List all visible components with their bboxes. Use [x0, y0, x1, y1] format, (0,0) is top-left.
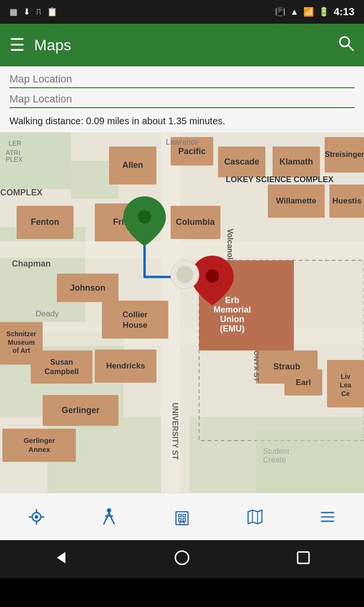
svg-text:LER: LER — [9, 139, 21, 147]
svg-text:of Art: of Art — [13, 347, 30, 354]
svg-text:Gerlinger: Gerlinger — [62, 405, 100, 415]
svg-text:UNIVERSITY ST: UNIVERSITY ST — [171, 403, 179, 460]
walking-distance-text: Walking distance: 0.09 miles in about 1.… — [9, 111, 355, 132]
svg-text:(EMU): (EMU) — [220, 324, 245, 333]
svg-rect-101 — [179, 518, 181, 521]
download-icon: ⬇ — [23, 7, 30, 17]
svg-text:Memorial: Memorial — [213, 305, 251, 314]
svg-text:Pacific: Pacific — [178, 147, 206, 156]
status-icons-left: ▦ ⬇ ⎍ 📋 — [9, 7, 57, 17]
svg-text:Deady: Deady — [36, 309, 59, 318]
svg-text:Earl: Earl — [296, 378, 311, 387]
svg-rect-103 — [180, 522, 184, 524]
home-button[interactable] — [173, 549, 191, 570]
svg-rect-77 — [256, 431, 364, 493]
svg-text:Willamette: Willamette — [276, 196, 317, 205]
map-svg: Allen Pacific Cascade Klamath Streisinge… — [0, 132, 364, 493]
svg-text:Ce: Ce — [341, 390, 350, 397]
svg-text:Chapman: Chapman — [12, 259, 51, 268]
svg-text:Klamath: Klamath — [279, 157, 313, 166]
svg-marker-110 — [57, 552, 65, 563]
svg-text:ONYX ST: ONYX ST — [253, 350, 261, 382]
to-location-input[interactable] — [9, 91, 355, 107]
svg-point-111 — [175, 551, 189, 564]
svg-rect-98 — [176, 512, 188, 524]
to-underline — [9, 107, 355, 108]
walking-nav-button[interactable] — [76, 498, 142, 536]
svg-point-81 — [138, 210, 151, 223]
status-bar: ▦ ⬇ ⎍ 📋 📳 ▲ 📶 🔋 4:13 — [0, 0, 364, 24]
svg-text:Fenton: Fenton — [31, 217, 59, 227]
wifi-icon: ▲ — [290, 7, 299, 17]
svg-text:Lea: Lea — [340, 381, 351, 389]
input-area: Walking distance: 0.09 miles in about 1.… — [0, 66, 364, 132]
svg-rect-11 — [0, 241, 364, 258]
svg-text:Union: Union — [220, 314, 245, 324]
map-container[interactable]: Allen Pacific Cascade Klamath Streisinge… — [0, 132, 364, 493]
svg-line-95 — [104, 518, 106, 524]
svg-text:COMPLEX: COMPLEX — [0, 188, 42, 197]
svg-text:Huestis: Huestis — [332, 196, 361, 205]
svg-text:Museum: Museum — [8, 339, 35, 346]
battery-icon: 🔋 — [318, 7, 329, 17]
svg-text:Johnson: Johnson — [70, 283, 106, 293]
svg-rect-112 — [298, 552, 309, 563]
recent-button[interactable] — [295, 549, 312, 570]
svg-rect-102 — [183, 518, 185, 521]
bottom-nav — [0, 493, 364, 540]
from-underline — [9, 87, 355, 88]
from-input-row — [9, 71, 355, 89]
svg-rect-99 — [179, 514, 181, 516]
svg-text:Columbia: Columbia — [176, 217, 215, 227]
svg-rect-57 — [31, 350, 92, 384]
from-location-input[interactable] — [9, 71, 355, 87]
svg-text:Annex: Annex — [28, 445, 51, 453]
svg-text:Hendricks: Hendricks — [106, 361, 145, 370]
svg-text:Liv: Liv — [341, 373, 350, 380]
svg-text:Allen: Allen — [122, 160, 143, 170]
svg-text:Streisinger: Streisinger — [325, 150, 364, 158]
list-nav-button[interactable] — [294, 498, 361, 536]
svg-point-87 — [35, 515, 38, 518]
android-nav — [0, 540, 364, 578]
svg-text:Cascade: Cascade — [224, 157, 259, 166]
svg-text:Collier: Collier — [123, 310, 148, 319]
signal-icon: 📶 — [303, 7, 314, 17]
to-input-row — [9, 91, 355, 109]
status-time: 4:13 — [334, 6, 355, 18]
svg-text:Susan: Susan — [50, 358, 73, 366]
svg-line-96 — [112, 518, 114, 524]
back-button[interactable] — [52, 549, 69, 570]
svg-text:House: House — [123, 321, 147, 330]
app-bar: ☰ Maps — [0, 24, 364, 66]
svg-text:Lawrence: Lawrence — [166, 138, 199, 146]
svg-text:Gerlinger: Gerlinger — [24, 436, 55, 444]
svg-point-85 — [176, 266, 193, 283]
svg-rect-45 — [102, 301, 168, 339]
usb-icon: ⎍ — [36, 7, 41, 17]
svg-marker-104 — [248, 510, 262, 524]
map-nav-button[interactable] — [222, 498, 288, 536]
app-title: Maps — [34, 37, 328, 54]
svg-rect-100 — [183, 514, 185, 516]
menu-icon[interactable]: ☰ — [9, 35, 25, 55]
clipboard-icon: 📋 — [47, 7, 57, 17]
svg-text:Erb: Erb — [225, 295, 239, 305]
svg-text:Campbell: Campbell — [45, 368, 79, 376]
vibrate-icon: 📳 — [275, 7, 285, 17]
svg-point-83 — [206, 269, 219, 283]
building-nav-button[interactable] — [149, 498, 215, 536]
svg-text:LOKEY SCIENCE COMPLEX: LOKEY SCIENCE COMPLEX — [226, 175, 334, 184]
svg-point-92 — [107, 508, 111, 512]
svg-text:Schnitzer: Schnitzer — [6, 330, 36, 338]
svg-rect-10 — [0, 327, 364, 346]
svg-line-1 — [348, 46, 353, 50]
location-nav-button[interactable] — [3, 498, 70, 536]
gallery-icon: ▦ — [9, 7, 18, 17]
svg-text:PLEX: PLEX — [6, 156, 23, 163]
search-icon[interactable] — [337, 35, 355, 56]
